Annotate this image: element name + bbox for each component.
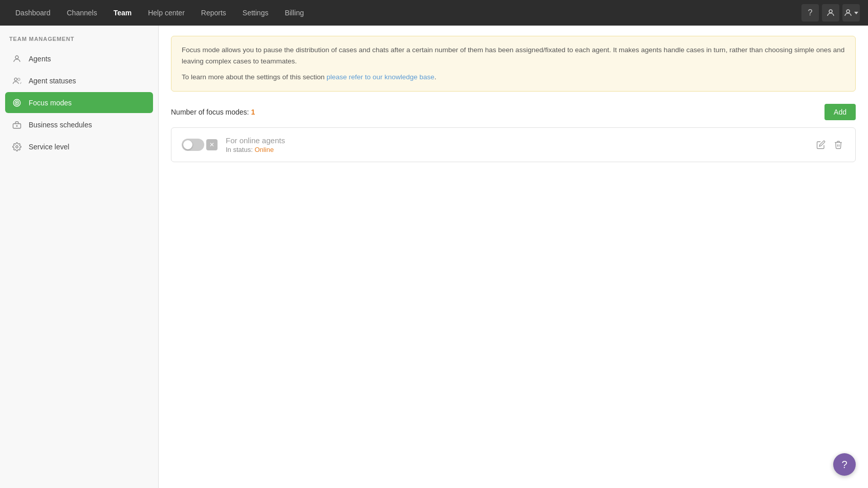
sidebar-item-focus-modes[interactable]: Focus modes — [5, 92, 153, 113]
info-text-paragraph-2: To learn more about the settings of this… — [182, 72, 845, 83]
add-focus-mode-button[interactable]: Add — [824, 104, 856, 120]
focus-mode-toggle[interactable]: ✕ — [182, 139, 218, 151]
svg-point-1 — [847, 10, 850, 13]
nav-item-reports[interactable]: Reports — [194, 5, 233, 21]
nav-items: Dashboard Channels Team Help center Repo… — [8, 5, 801, 21]
business-schedules-label: Business schedules — [29, 121, 92, 129]
status-prefix: In status: — [226, 146, 253, 153]
people-icon — [11, 75, 23, 86]
user-icon-button[interactable] — [822, 4, 839, 21]
info-text-2: To learn more about the settings of this… — [182, 73, 327, 81]
close-icon[interactable]: ✕ — [206, 139, 218, 150]
nav-item-channels[interactable]: Channels — [60, 5, 104, 21]
sidebar: TEAM MANAGEMENT Agents Agent st — [0, 26, 159, 488]
sidebar-item-agents[interactable]: Agents — [5, 48, 153, 69]
sidebar-title: TEAM MANAGEMENT — [5, 36, 153, 48]
agents-label: Agents — [29, 55, 51, 63]
svg-point-3 — [15, 56, 18, 59]
nav-item-dashboard[interactable]: Dashboard — [8, 5, 58, 21]
svg-point-8 — [16, 102, 17, 103]
briefcase-icon — [11, 119, 23, 130]
focus-mode-info: For online agents In status: Online — [226, 136, 806, 153]
status-value: Online — [254, 146, 274, 153]
svg-point-12 — [16, 146, 18, 148]
help-icon-button[interactable]: ? — [801, 4, 819, 21]
nav-right-actions: ? — [801, 4, 860, 21]
svg-point-0 — [829, 10, 832, 13]
focus-count-label: Number of focus modes: — [171, 108, 249, 116]
top-navigation: Dashboard Channels Team Help center Repo… — [0, 0, 868, 26]
focus-mode-status: In status: Online — [226, 146, 806, 153]
focus-count-number: 1 — [251, 108, 255, 116]
svg-point-4 — [14, 78, 17, 81]
delete-focus-mode-button[interactable] — [832, 138, 845, 151]
gear-icon — [11, 141, 23, 152]
svg-point-5 — [18, 78, 20, 81]
focus-modes-header: Number of focus modes: 1 Add — [171, 104, 856, 120]
nav-item-team[interactable]: Team — [106, 5, 139, 21]
focus-mode-card: ✕ For online agents In status: Online — [171, 127, 856, 162]
nav-item-help-center[interactable]: Help center — [141, 5, 192, 21]
edit-focus-mode-button[interactable] — [814, 138, 828, 151]
focus-modes-label: Focus modes — [29, 99, 72, 107]
sidebar-item-service-level[interactable]: Service level — [5, 136, 153, 157]
sidebar-item-business-schedules[interactable]: Business schedules — [5, 114, 153, 135]
focus-mode-actions — [814, 138, 845, 151]
knowledge-base-link[interactable]: please refer to our knowledge base — [327, 73, 435, 81]
sidebar-item-agent-statuses[interactable]: Agent statuses — [5, 70, 153, 91]
main-content: Focus mode allows you to pause the distr… — [159, 26, 868, 488]
target-icon — [11, 97, 23, 108]
info-text-paragraph-1: Focus mode allows you to pause the distr… — [182, 45, 845, 66]
svg-marker-2 — [854, 12, 858, 14]
help-bubble-button[interactable]: ? — [833, 453, 856, 476]
focus-mode-name: For online agents — [226, 136, 806, 145]
focus-modes-count: Number of focus modes: 1 — [171, 108, 255, 116]
info-link-suffix: . — [435, 73, 437, 81]
toggle-track[interactable] — [182, 139, 204, 151]
person-icon — [11, 53, 23, 64]
toggle-thumb — [183, 140, 192, 149]
user-dropdown-button[interactable] — [842, 4, 860, 21]
agent-statuses-label: Agent statuses — [29, 77, 76, 85]
service-level-label: Service level — [29, 143, 69, 151]
nav-item-billing[interactable]: Billing — [277, 5, 311, 21]
nav-item-settings[interactable]: Settings — [235, 5, 276, 21]
info-box: Focus mode allows you to pause the distr… — [171, 36, 856, 92]
main-layout: TEAM MANAGEMENT Agents Agent st — [0, 26, 868, 488]
